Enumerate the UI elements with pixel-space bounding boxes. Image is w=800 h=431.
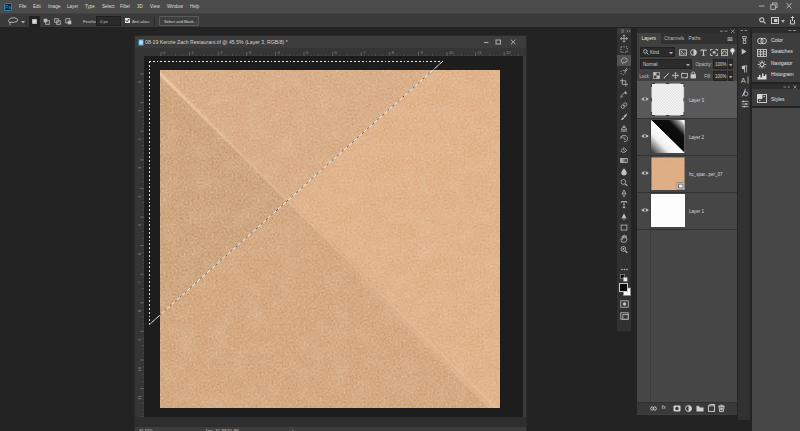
svg-text:5: 5 xyxy=(306,50,309,55)
svg-text:3: 3 xyxy=(249,50,252,55)
svg-text:8: 8 xyxy=(137,309,142,312)
svg-text:6: 6 xyxy=(335,50,338,55)
svg-text:1: 1 xyxy=(192,50,195,55)
svg-text:9: 9 xyxy=(137,338,142,341)
svg-text:7: 7 xyxy=(137,281,142,284)
svg-text:4: 4 xyxy=(277,50,280,55)
svg-text:10: 10 xyxy=(449,50,454,55)
svg-text:2: 2 xyxy=(220,50,223,55)
svg-text:Ps: Ps xyxy=(5,5,11,10)
svg-text:1: 1 xyxy=(137,109,142,112)
svg-text:12: 12 xyxy=(506,50,511,55)
svg-text:2: 2 xyxy=(137,138,142,141)
svg-text:8: 8 xyxy=(392,50,395,55)
svg-text:0: 0 xyxy=(163,50,166,55)
svg-text:9: 9 xyxy=(420,50,423,55)
svg-text:5: 5 xyxy=(137,223,142,226)
svg-text:6: 6 xyxy=(137,252,142,255)
svg-text:10: 10 xyxy=(137,366,142,371)
svg-text:3: 3 xyxy=(137,166,142,169)
svg-text:11: 11 xyxy=(137,395,142,400)
svg-text:4: 4 xyxy=(137,195,142,198)
svg-text:0: 0 xyxy=(137,80,142,83)
svg-text:A: A xyxy=(741,76,746,84)
svg-text:11: 11 xyxy=(478,50,483,55)
svg-text:7: 7 xyxy=(363,50,366,55)
